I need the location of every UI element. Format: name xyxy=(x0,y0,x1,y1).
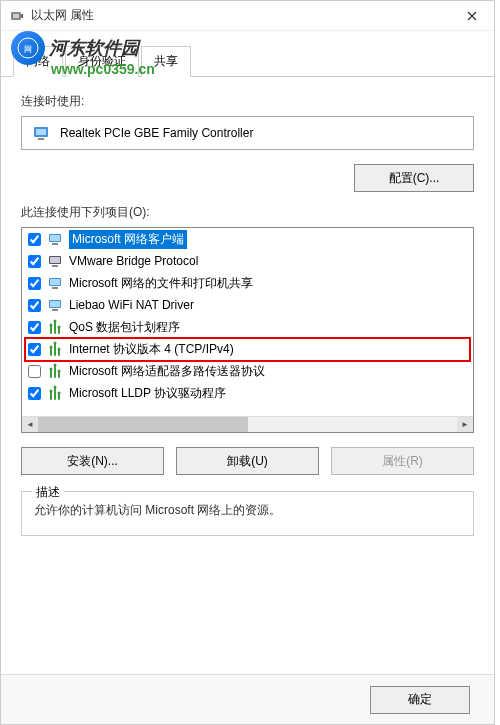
protocol-icon xyxy=(47,341,63,357)
protocol-icon xyxy=(47,363,63,379)
tab-auth[interactable]: 身份验证 xyxy=(65,46,139,77)
protocol-icon xyxy=(47,385,63,401)
description-group: 描述 允许你的计算机访问 Microsoft 网络上的资源。 xyxy=(21,491,474,536)
driver-icon xyxy=(47,297,63,313)
item-label: Microsoft 网络的文件和打印机共享 xyxy=(69,275,253,292)
nic-icon xyxy=(32,124,52,142)
scroll-track[interactable] xyxy=(38,417,457,432)
bridge-icon xyxy=(47,253,63,269)
scroll-thumb[interactable] xyxy=(38,417,248,432)
item-checkbox[interactable] xyxy=(28,365,41,378)
svg-point-29 xyxy=(54,386,57,389)
install-button[interactable]: 安装(N)... xyxy=(21,447,164,475)
protocol-icon xyxy=(47,319,63,335)
svg-rect-6 xyxy=(36,129,46,135)
svg-rect-15 xyxy=(50,279,60,285)
window-title: 以太网 属性 xyxy=(31,7,94,24)
connect-using-label: 连接时使用: xyxy=(21,93,474,110)
svg-rect-1 xyxy=(13,14,19,18)
svg-rect-13 xyxy=(52,265,58,267)
items-used-label: 此连接使用下列项目(O): xyxy=(21,204,474,221)
svg-rect-12 xyxy=(50,257,60,263)
item-label: Liebao WiFi NAT Driver xyxy=(69,298,194,312)
list-item[interactable]: Microsoft 网络客户端 xyxy=(22,228,473,250)
configure-button[interactable]: 配置(C)... xyxy=(354,164,474,192)
svg-rect-7 xyxy=(38,138,44,140)
network-adapter-icon xyxy=(9,8,25,24)
list-item[interactable]: QoS 数据包计划程序 xyxy=(22,316,473,338)
client-icon xyxy=(47,231,63,247)
item-label: Microsoft 网络适配器多路传送器协议 xyxy=(69,363,265,380)
scroll-left-button[interactable]: ◄ xyxy=(22,417,38,432)
svg-rect-19 xyxy=(52,309,58,311)
item-label: Internet 协议版本 4 (TCP/IPv4) xyxy=(69,341,234,358)
device-box: Realtek PCIe GBE Family Controller xyxy=(21,116,474,150)
svg-point-31 xyxy=(58,392,61,395)
list-item[interactable]: Microsoft 网络适配器多路传送器协议 xyxy=(22,360,473,382)
device-name: Realtek PCIe GBE Family Controller xyxy=(60,126,253,140)
svg-point-27 xyxy=(50,368,53,371)
svg-rect-10 xyxy=(52,243,58,245)
tab-sharing[interactable]: 共享 xyxy=(141,46,191,77)
item-checkbox[interactable] xyxy=(28,233,41,246)
titlebar: 以太网 属性 xyxy=(1,1,494,31)
item-checkbox[interactable] xyxy=(28,343,41,356)
tab-content: 连接时使用: Realtek PCIe GBE Family Controlle… xyxy=(1,77,494,552)
list-item[interactable]: Microsoft 网络的文件和打印机共享 xyxy=(22,272,473,294)
svg-point-30 xyxy=(50,390,53,393)
svg-rect-18 xyxy=(50,301,60,307)
close-button[interactable] xyxy=(449,1,494,31)
protocol-listbox: Microsoft 网络客户端VMware Bridge ProtocolMic… xyxy=(21,227,474,433)
svg-point-26 xyxy=(54,364,57,367)
tab-strip: 网络 身份验证 共享 xyxy=(1,35,494,77)
svg-point-22 xyxy=(58,326,61,329)
description-legend: 描述 xyxy=(32,484,64,501)
svg-point-28 xyxy=(58,370,61,373)
svg-rect-2 xyxy=(21,14,23,18)
list-item[interactable]: VMware Bridge Protocol xyxy=(22,250,473,272)
list-item[interactable]: Internet 协议版本 4 (TCP/IPv4) xyxy=(22,338,473,360)
dialog-footer: 确定 xyxy=(1,674,494,724)
item-checkbox[interactable] xyxy=(28,321,41,334)
item-checkbox[interactable] xyxy=(28,387,41,400)
description-text: 允许你的计算机访问 Microsoft 网络上的资源。 xyxy=(34,502,461,519)
svg-point-24 xyxy=(50,346,53,349)
item-checkbox[interactable] xyxy=(28,299,41,312)
tab-networking[interactable]: 网络 xyxy=(13,46,63,77)
properties-dialog: 以太网 属性 网 河东软件园 www.pc0359.cn 网络 身份验证 共享 … xyxy=(0,0,495,725)
scroll-right-button[interactable]: ► xyxy=(457,417,473,432)
uninstall-button[interactable]: 卸载(U) xyxy=(176,447,319,475)
horizontal-scrollbar[interactable]: ◄ ► xyxy=(22,416,473,432)
svg-point-25 xyxy=(58,348,61,351)
service-icon xyxy=(47,275,63,291)
list-item[interactable]: Liebao WiFi NAT Driver xyxy=(22,294,473,316)
svg-rect-9 xyxy=(50,235,60,241)
item-label: VMware Bridge Protocol xyxy=(69,254,198,268)
ok-button[interactable]: 确定 xyxy=(370,686,470,714)
properties-button[interactable]: 属性(R) xyxy=(331,447,474,475)
item-checkbox[interactable] xyxy=(28,277,41,290)
svg-point-23 xyxy=(54,342,57,345)
item-checkbox[interactable] xyxy=(28,255,41,268)
svg-point-20 xyxy=(54,320,57,323)
item-label: Microsoft 网络客户端 xyxy=(69,230,187,249)
svg-point-21 xyxy=(50,324,53,327)
item-label: QoS 数据包计划程序 xyxy=(69,319,180,336)
svg-rect-16 xyxy=(52,287,58,289)
list-item[interactable]: Microsoft LLDP 协议驱动程序 xyxy=(22,382,473,404)
item-label: Microsoft LLDP 协议驱动程序 xyxy=(69,385,226,402)
